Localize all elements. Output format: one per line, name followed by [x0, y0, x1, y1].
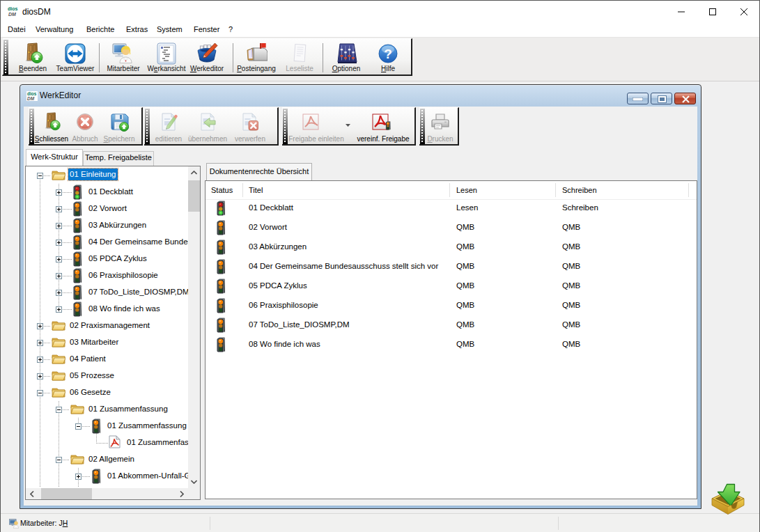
- svg-text:dios: dios: [8, 6, 17, 11]
- svg-text:DM: DM: [8, 12, 16, 17]
- svg-text:dios: dios: [27, 91, 37, 96]
- svg-text:DM: DM: [27, 96, 35, 101]
